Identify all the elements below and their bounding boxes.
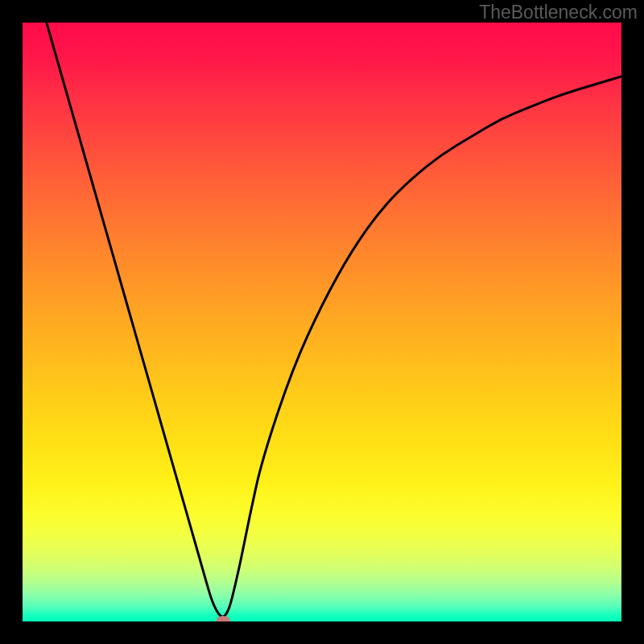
chart-svg: [23, 23, 621, 621]
plot-area: [23, 23, 621, 621]
watermark-text: TheBottleneck.com: [479, 2, 638, 23]
chart-frame: TheBottleneck.com: [0, 0, 644, 644]
gradient-background: [23, 23, 621, 621]
